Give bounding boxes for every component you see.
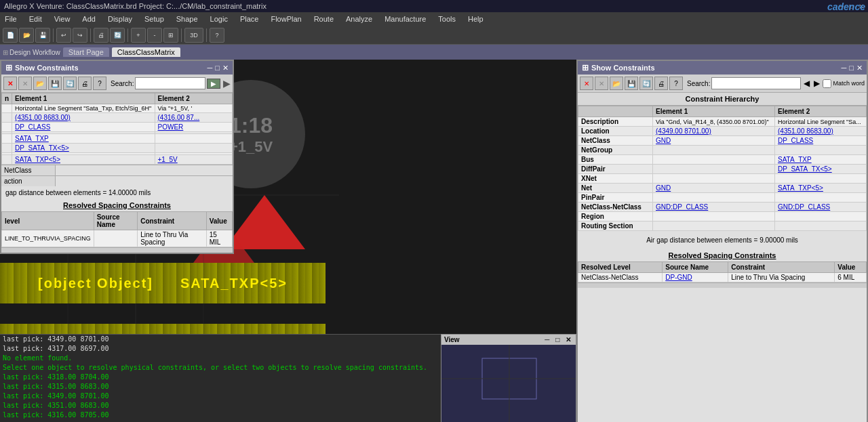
right-row-region-e2: [775, 212, 867, 221]
right-row-net-e1[interactable]: GND: [653, 184, 775, 193]
left-panel-expand[interactable]: ▶: [223, 78, 231, 89]
right-tool-x-red[interactable]: ✕: [580, 77, 593, 90]
match-word-text: Match word: [833, 80, 865, 87]
view-maximize[interactable]: □: [555, 336, 559, 343]
netclass-e2: [144, 165, 233, 175]
row-e2-dp: [155, 144, 232, 153]
right-search-input[interactable]: [711, 77, 801, 89]
right-row-netclass-e1[interactable]: GND: [653, 136, 775, 146]
menu-edit[interactable]: Edit: [27, 14, 44, 24]
right-row-bus-e2[interactable]: SATA_TXP: [775, 155, 867, 165]
tool-refresh[interactable]: 🔄: [110, 28, 125, 43]
log-line-3: No element found.: [0, 354, 468, 363]
left-search-input[interactable]: [135, 77, 205, 89]
left-tool-save[interactable]: 💾: [48, 77, 62, 90]
tab-start-page[interactable]: Start Page: [63, 47, 109, 57]
menu-help[interactable]: Help: [466, 14, 486, 24]
right-row-loc-e2[interactable]: (4351.00 8683.00): [775, 127, 867, 136]
tool-redo[interactable]: ↪: [73, 28, 87, 43]
right-row-loc-e1[interactable]: (4349.00 8701.00): [653, 127, 775, 136]
right-nav-fwd[interactable]: ▶: [814, 79, 820, 88]
view-close[interactable]: ✕: [566, 336, 571, 343]
right-resolved-header: Resolved Spacing Constraints: [578, 249, 867, 261]
row-e2-coord[interactable]: (4316.00 87...: [155, 113, 232, 123]
menu-display[interactable]: Display: [106, 14, 134, 24]
tool-undo[interactable]: ↩: [56, 28, 71, 43]
menu-file[interactable]: File: [3, 14, 19, 24]
row-e1-sata[interactable]: SATA_TXP: [12, 134, 155, 144]
tool-help[interactable]: ?: [210, 28, 224, 43]
menu-shape[interactable]: Shape: [174, 14, 200, 24]
view-minimize[interactable]: ─: [545, 336, 549, 343]
resolved-row: LINE_TO_THRUVIA_SPACING Line to Thru Via…: [2, 230, 233, 247]
left-tool-print[interactable]: 🖨: [78, 77, 92, 90]
right-row-ncnc-e1[interactable]: GND:DP_CLASS: [653, 203, 775, 212]
right-row-xnet-e1: [653, 174, 775, 184]
tool-3d[interactable]: 3D: [184, 28, 203, 43]
right-tool-folder[interactable]: 📂: [610, 77, 623, 90]
right-panel-minimize[interactable]: ─: [842, 64, 847, 72]
row-e1-sata5[interactable]: SATA_TXP<5>: [12, 155, 155, 165]
menu-logic[interactable]: Logic: [208, 14, 230, 24]
log-line-9: last pick: 4316.00 8705.00: [0, 410, 468, 420]
left-tool-x[interactable]: ✕: [18, 77, 32, 90]
tabs-bar: ⊞ Design Workflow Start Page ClassClassM…: [0, 45, 868, 60]
right-tool-x[interactable]: ✕: [595, 77, 608, 90]
right-scrollbar[interactable]: [578, 282, 867, 288]
left-panel-minimize[interactable]: ─: [208, 64, 213, 72]
row-e1-dp[interactable]: DP_SATA_TX<5>: [12, 144, 155, 153]
right-tool-refresh[interactable]: 🔄: [639, 77, 653, 90]
menu-tools[interactable]: Tools: [436, 14, 458, 24]
right-row-diffpair-e2[interactable]: DP_SATA_TX<5>: [775, 165, 867, 174]
row-e2-class[interactable]: POWER: [155, 123, 232, 132]
right-row-xnet-label: XNet: [578, 174, 653, 184]
right-res-constraint: Line to Thru Via Spacing: [728, 273, 835, 282]
menu-add[interactable]: Add: [80, 14, 98, 24]
menu-flowplan[interactable]: FlowPlan: [269, 14, 303, 24]
left-tool-x-red[interactable]: ✕: [3, 77, 17, 90]
table-row: DP_CLASS POWER: [2, 123, 233, 132]
tool-new[interactable]: 📄: [3, 28, 18, 43]
right-tool-print[interactable]: 🖨: [654, 77, 668, 90]
tool-zoom-out[interactable]: -: [147, 28, 162, 43]
tool-print[interactable]: 🖨: [94, 28, 108, 43]
menu-view[interactable]: View: [52, 14, 73, 24]
tab-classclassmatrix[interactable]: ClassClassMatrix: [112, 47, 180, 57]
design-workflow-label: Design Workflow: [9, 49, 60, 56]
left-panel-maximize[interactable]: □: [215, 64, 220, 72]
tool-open[interactable]: 📂: [19, 28, 34, 43]
right-panel-maximize[interactable]: □: [849, 64, 854, 72]
match-word-checkbox[interactable]: [823, 79, 831, 88]
right-tool-help[interactable]: ?: [669, 77, 683, 90]
right-row-netclass-e2[interactable]: DP_CLASS: [775, 136, 867, 146]
tool-save[interactable]: 💾: [35, 28, 50, 43]
menu-setup[interactable]: Setup: [142, 14, 166, 24]
right-row-net-e2[interactable]: SATA_TXP<5>: [775, 184, 867, 193]
right-table-row: DiffPair DP_SATA_TX<5>: [578, 165, 867, 174]
menu-route[interactable]: Route: [312, 14, 336, 24]
tool-zoom-fit[interactable]: ⊞: [163, 28, 178, 43]
right-row-ncnc-e2[interactable]: GND:DP_CLASS: [775, 203, 867, 212]
right-row-region-label: Region: [578, 212, 653, 221]
left-search-go[interactable]: ▶: [207, 79, 220, 89]
right-tool-save[interactable]: 💾: [625, 77, 638, 90]
row-e1-class[interactable]: DP_CLASS: [12, 123, 155, 132]
right-row-routing-label: Routing Section: [578, 221, 653, 231]
netclass-e1: [56, 165, 144, 175]
left-panel-title: Show Constraints: [15, 64, 79, 72]
left-scrollbar[interactable]: [1, 247, 233, 253]
menu-manufacture[interactable]: Manufacture: [382, 14, 428, 24]
row-e1-coord[interactable]: (4351.00 8683.00): [12, 113, 155, 123]
left-tool-help[interactable]: ?: [93, 77, 106, 90]
menu-analyze[interactable]: Analyze: [344, 14, 374, 24]
right-res-level: NetClass-NetClass: [578, 273, 663, 282]
left-panel-close[interactable]: ✕: [222, 64, 229, 72]
left-tool-folder[interactable]: 📂: [33, 77, 47, 90]
left-tool-refresh[interactable]: 🔄: [63, 77, 77, 90]
tool-zoom-in[interactable]: +: [131, 28, 146, 43]
menu-place[interactable]: Place: [238, 14, 261, 24]
row-e2-1-5v[interactable]: +1_5V: [155, 155, 232, 165]
right-nav-back[interactable]: ◀: [804, 79, 810, 88]
right-res-source[interactable]: DP-GND: [663, 273, 728, 282]
right-panel-close[interactable]: ✕: [856, 64, 863, 72]
